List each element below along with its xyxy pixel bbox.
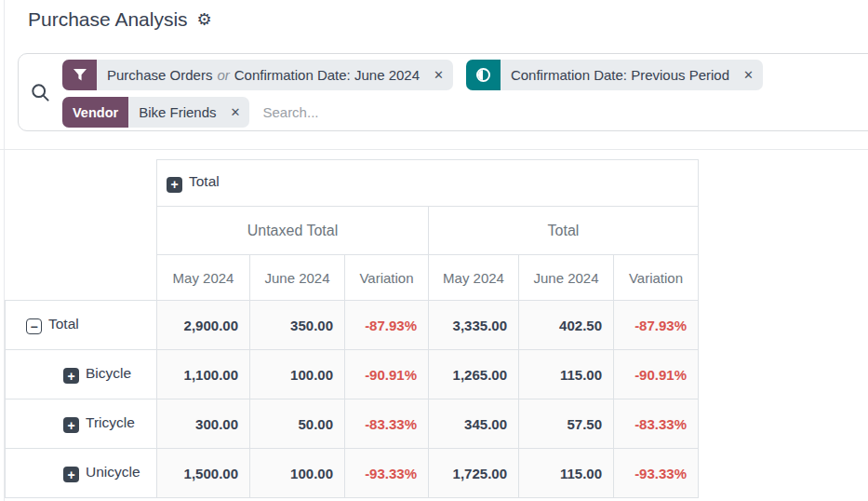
- filter-icon: [62, 60, 97, 90]
- facet-filter-label: Purchase Orders or Confirmation Date: Ju…: [97, 60, 430, 90]
- facet-filter-part1: Purchase Orders: [107, 67, 212, 83]
- table-row-unicycle: +Unicycle 1,500.00 100.00 -93.33% 1,725.…: [6, 449, 699, 498]
- col-root-label: Total: [189, 173, 220, 189]
- measures-row: Untaxed Total Total: [6, 207, 699, 255]
- facet-vendor-category: Vendor: [62, 97, 128, 128]
- cell-variation: -83.33%: [345, 399, 429, 449]
- row-label: Bicycle: [86, 365, 131, 381]
- cell: 100.00: [250, 449, 345, 498]
- cell-variation: -93.33%: [345, 449, 429, 498]
- measure-header-untaxed-total[interactable]: Untaxed Total: [157, 207, 429, 255]
- cell: 100.00: [250, 350, 345, 399]
- comparison-icon: [466, 60, 501, 90]
- cell-variation: -83.33%: [614, 399, 699, 449]
- table-row-total: −Total 2,900.00 350.00 -87.93% 3,335.00 …: [6, 301, 699, 350]
- cell: 402.50: [519, 301, 614, 350]
- measure-header-total[interactable]: Total: [429, 207, 699, 255]
- cell: 2,900.00: [157, 301, 250, 350]
- col-header-total[interactable]: +Total: [157, 160, 699, 207]
- facet-row-1: Purchase Orders or Confirmation Date: Ju…: [62, 60, 763, 90]
- pivot-corner: [6, 160, 157, 207]
- collapse-icon[interactable]: −: [26, 318, 42, 334]
- periods-row: May 2024 June 2024 Variation May 2024 Ju…: [6, 255, 699, 301]
- cell: 50.00: [250, 399, 345, 449]
- cell: 1,100.00: [157, 350, 250, 399]
- breadcrumb: Purchase Analysis ⚙: [28, 8, 212, 31]
- cell: 57.50: [519, 399, 614, 449]
- cell: 350.00: [250, 301, 345, 350]
- cell-variation: -90.91%: [345, 350, 429, 399]
- period-header[interactable]: June 2024: [519, 255, 614, 301]
- cell-variation: -87.93%: [614, 301, 699, 350]
- facet-filter: Purchase Orders or Confirmation Date: Ju…: [62, 60, 453, 90]
- table-row-bicycle: +Bicycle 1,100.00 100.00 -90.91% 1,265.0…: [6, 350, 699, 399]
- pivot-table: +Total Untaxed Total Total May 2024 June…: [5, 159, 699, 498]
- facet-list: Purchase Orders or Confirmation Date: Ju…: [62, 54, 763, 128]
- row-header-bicycle[interactable]: +Bicycle: [6, 350, 157, 399]
- cell: 345.00: [429, 399, 519, 449]
- table-row-tricycle: +Tricycle 300.00 50.00 -83.33% 345.00 57…: [6, 399, 699, 449]
- search-input[interactable]: [262, 97, 467, 128]
- cell: 1,500.00: [157, 449, 250, 498]
- row-header-unicycle[interactable]: +Unicycle: [6, 449, 157, 498]
- facet-vendor-value: Bike Friends: [128, 97, 226, 128]
- facet-comparison-label: Confirmation Date: Previous Period: [501, 60, 740, 90]
- period-header[interactable]: May 2024: [157, 255, 250, 301]
- row-label: Total: [48, 316, 79, 332]
- cell-variation: -87.93%: [345, 301, 429, 350]
- period-header[interactable]: Variation: [345, 255, 429, 301]
- gear-icon[interactable]: ⚙: [197, 11, 212, 28]
- period-header[interactable]: June 2024: [250, 255, 345, 301]
- facet-vendor: Vendor Bike Friends ✕: [62, 97, 249, 128]
- facet-vendor-remove-button[interactable]: ✕: [227, 97, 250, 128]
- cell: 1,725.00: [429, 449, 519, 498]
- expand-icon[interactable]: +: [63, 467, 79, 482]
- row-header-total[interactable]: −Total: [6, 301, 157, 350]
- cell: 300.00: [157, 399, 250, 449]
- facet-filter-part2: Confirmation Date: June 2024: [234, 67, 420, 83]
- pivot-corner: [6, 207, 157, 255]
- expand-icon[interactable]: +: [167, 177, 182, 193]
- cell: 1,265.00: [429, 350, 519, 399]
- search-icon: [19, 54, 62, 130]
- facet-filter-connector: or: [217, 67, 229, 83]
- cell: 115.00: [519, 449, 614, 498]
- facet-row-2: Vendor Bike Friends ✕: [62, 97, 763, 128]
- period-header[interactable]: May 2024: [429, 255, 519, 301]
- cell: 115.00: [519, 350, 614, 399]
- purchase-analysis-page: Purchase Analysis ⚙ Purchase Orders or C…: [0, 0, 868, 501]
- cell-variation: -90.91%: [614, 350, 699, 399]
- row-header-tricycle[interactable]: +Tricycle: [6, 399, 157, 449]
- facet-filter-remove-button[interactable]: ✕: [430, 60, 453, 90]
- col-root-row: +Total: [6, 160, 699, 207]
- cell: 3,335.00: [429, 301, 519, 350]
- cell-variation: -93.33%: [614, 449, 699, 498]
- expand-icon[interactable]: +: [63, 368, 79, 384]
- page-title: Purchase Analysis: [28, 8, 188, 31]
- search-bar: Purchase Orders or Confirmation Date: Ju…: [18, 53, 868, 131]
- row-label: Unicycle: [86, 464, 140, 480]
- facet-comparison: Confirmation Date: Previous Period ✕: [466, 60, 763, 90]
- expand-icon[interactable]: +: [63, 417, 79, 433]
- period-header[interactable]: Variation: [614, 255, 699, 301]
- pivot-corner: [6, 255, 157, 301]
- control-panel-divider: [0, 149, 868, 150]
- row-label: Tricycle: [86, 414, 135, 430]
- facet-comparison-remove-button[interactable]: ✕: [740, 60, 763, 90]
